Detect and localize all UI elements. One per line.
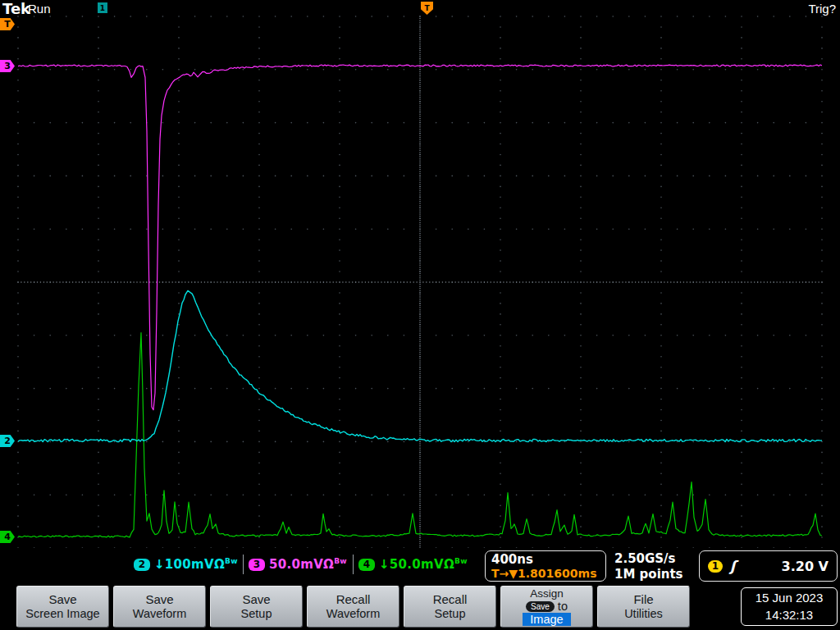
waveform-ch2 [18,290,822,441]
grid-center-crosshair [18,16,822,548]
sample-rate: 2.50GS/s [614,551,683,567]
trigger-source-badge: 1 [708,560,723,573]
trigger-readout[interactable]: 1 ʃ 3.20 V [699,550,838,582]
ch3-scale: 50.0mV [269,557,323,572]
ch2-scale: ↓100mV [154,557,214,572]
ch3-bw-limit: Bw [334,557,347,565]
horizontal-readout[interactable]: 400ns T→▼1.801600ms [485,550,606,582]
datetime-display: 15 Jun 2023 14:32:13 [741,587,838,626]
trigger-delay-icon: T→▼ [491,567,518,580]
acquisition-status: Run [28,2,51,16]
menu-save-setup-button[interactable]: Save Setup [210,586,303,628]
trigger-delay-value: 1.801600ms [518,567,596,580]
ch4-badge: 4 [358,559,375,571]
save-pill-icon: Save [526,601,555,612]
time-value: 14:32:13 [765,607,813,623]
ch3-coupling: Ω [323,557,334,572]
readout-separator [353,555,354,574]
menu-save-screen-image-button[interactable]: Save Screen Image [16,586,109,628]
ch1-top-marker[interactable]: 1 [98,2,107,13]
oscilloscope-screen: Tek Run Trig? T 1 T 3 2 4 2 ↓100mVΩBw 3 … [0,0,840,630]
trigger-level-value: 3.20 V [782,559,829,574]
ch4-scale: ↓50.0mV [379,557,444,572]
trigger-status: Trig? [808,2,836,16]
timebase-readout: 400ns [491,552,600,567]
menu-recall-waveform-button[interactable]: Recall Waveform [307,586,399,628]
trigger-slope-icon: ʃ [730,558,736,574]
ch2-badge: 2 [134,559,150,571]
ch3-badge: 3 [249,559,265,571]
ch4-coupling: Ω [444,557,454,572]
menu-file-utilities-button[interactable]: File Utilities [597,586,690,628]
acquisition-readout[interactable]: 2.50GS/s 1M points [614,551,683,582]
ch3-readout[interactable]: 3 50.0mVΩBw [249,557,347,572]
menu-save-waveform-button[interactable]: Save Waveform [113,586,206,628]
ch2-bw-limit: Bw [225,557,238,565]
record-length: 1M points [614,567,683,582]
ch2-coupling: Ω [214,557,225,572]
ch4-bw-limit: Bw [454,557,468,565]
readout-separator [243,555,244,574]
date-value: 15 Jun 2023 [756,590,824,606]
menu-recall-setup-button[interactable]: Recall Setup [404,586,496,628]
assign-target-highlight: Image [523,613,570,626]
ch2-readout[interactable]: 2 ↓100mVΩBw [134,557,238,572]
menu-assign-save-button[interactable]: Assign Save to Image [500,586,593,628]
ch4-readout[interactable]: 4 ↓50.0mVΩBw [358,557,468,572]
graticule [0,0,840,566]
readout-bar: 2 ↓100mVΩBw 3 50.0mVΩBw 4 ↓50.0mVΩBw 400… [0,548,840,584]
menu-bar: Save Screen Image Save Waveform Save Set… [0,584,840,630]
tek-logo: Tek [2,0,30,17]
